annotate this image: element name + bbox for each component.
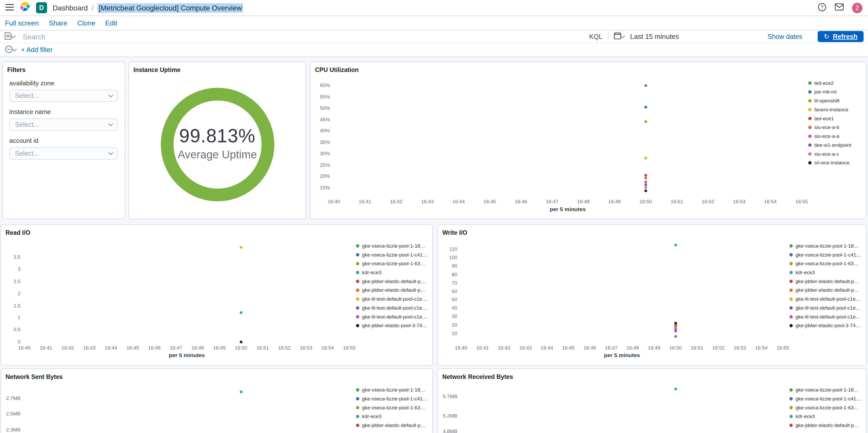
- legend-item[interactable]: gke-lil-test-default-pool-c1e…: [789, 313, 862, 321]
- menu-item-share[interactable]: Share: [49, 19, 67, 27]
- help-button[interactable]: ?: [817, 2, 827, 13]
- refresh-icon: ↻: [824, 33, 829, 40]
- legend-item[interactable]: kdr-ece3: [789, 412, 862, 421]
- legend-item[interactable]: gke-lil-test-default-pool-c1e…: [356, 295, 428, 304]
- legend-item[interactable]: gke-vseca-lizzie-pool-1-630…: [789, 259, 862, 268]
- legend-item[interactable]: gke-vseca-lizzie-pool-1-630…: [789, 403, 862, 412]
- legend-item[interactable]: gke-vseca-lizzie-pool-1-1877…: [356, 241, 428, 251]
- panel-title[interactable]: Network Sent Bytes: [5, 373, 428, 380]
- legend-item[interactable]: gke-jddwr-elastic-default-po…: [356, 277, 428, 286]
- legend-item[interactable]: ted-ece1: [808, 114, 861, 123]
- legend-item[interactable]: gke-vseca-lizzie-pool-1-630…: [356, 403, 428, 412]
- legend-label: gke-jddwr-elastic-default-po…: [362, 279, 428, 284]
- legend-label: gke-vseca-lizzie-pool-1-c417…: [362, 252, 428, 258]
- legend-label: kdr-ece3: [362, 270, 381, 275]
- filter-options-button[interactable]: [5, 45, 16, 55]
- instance-name-select[interactable]: Select...: [9, 118, 118, 131]
- legend-item[interactable]: gke-lil-test-default-pool-c1e…: [789, 295, 862, 304]
- legend-item[interactable]: gke-jddwr-elastic-default-po…: [789, 286, 862, 295]
- legend-label: gke-lil-test-default-pool-c1e…: [362, 296, 427, 302]
- breadcrumb-dashboard[interactable]: Dashboard: [53, 4, 88, 12]
- legend-item[interactable]: siu-ece-a-a: [808, 132, 861, 141]
- legend-item[interactable]: gke-vseca-lizzie-pool-1-1877…: [789, 241, 862, 251]
- legend-item[interactable]: gke-jddwr-elastic-pool-3-74…: [789, 321, 862, 330]
- legend-item[interactable]: gke-jddwr-elastic-pool-3-74…: [356, 321, 428, 330]
- menu-item-edit[interactable]: Edit: [105, 19, 117, 27]
- legend-dot-icon: [789, 253, 793, 257]
- legend-item[interactable]: gke-jddwr-elastic-default-po…: [356, 286, 428, 295]
- legend-item[interactable]: gke-vseca-lizzie-pool-1-630…: [356, 259, 428, 268]
- uptime-sublabel: Average Uptime: [133, 148, 301, 161]
- legend-item[interactable]: gke-lil-test-default-pool-c1e…: [356, 313, 428, 321]
- legend-item[interactable]: gke-vseca-lizzie-pool-1-c417…: [789, 395, 862, 403]
- x-axis-tick: 16:54: [753, 345, 770, 351]
- space-badge[interactable]: D: [36, 2, 47, 13]
- legend-item[interactable]: siu-ece-a-b: [808, 123, 861, 132]
- panel-title[interactable]: Write I/O: [442, 229, 862, 236]
- kql-language-button[interactable]: KQL: [589, 33, 602, 40]
- legend-item[interactable]: gke-vseca-lizzie-pool-1-c417…: [356, 250, 428, 259]
- x-axis-tick: 16:47: [544, 199, 560, 204]
- legend-item[interactable]: gke-lil-test-default-pool-c1e…: [356, 304, 428, 313]
- legend-dot-icon: [356, 415, 359, 418]
- legend-item[interactable]: gke-vseca-lizzie-pool-1-c417…: [789, 250, 862, 259]
- menu-item-full-screen[interactable]: Full screen: [5, 19, 39, 27]
- panel-title[interactable]: Instance Uptime: [133, 66, 301, 73]
- legend-dot-icon: [356, 280, 359, 283]
- elastic-logo[interactable]: [20, 1, 30, 15]
- y-axis-tick: 90: [442, 263, 457, 269]
- legend-dot-icon: [356, 244, 359, 248]
- saved-query-menu-button[interactable]: [4, 32, 15, 41]
- legend-item[interactable]: kdr-ece3: [356, 412, 428, 421]
- legend-dot-icon: [808, 117, 812, 120]
- legend-item[interactable]: joe-mb-ml: [808, 87, 861, 96]
- search-input[interactable]: Search: [23, 32, 45, 41]
- legend-item[interactable]: sri-ece-instance: [808, 158, 861, 167]
- legend-item[interactable]: gke-jddwr-elastic-default-po…: [356, 421, 428, 430]
- legend-item[interactable]: gke-vseca-lizzie-pool-1-1877…: [789, 385, 862, 395]
- network-received-bytes-chart: 5.7MB5.2MB4.8MB4.3MB3.8MB3.3MB: [442, 382, 789, 433]
- datepicker-quick-menu-button[interactable]: [614, 32, 625, 41]
- x-axis-tick: 16:49: [606, 199, 623, 204]
- legend-item[interactable]: gke-lil-test-default-pool-c1e…: [789, 304, 862, 313]
- legend-item[interactable]: gke-jddwr-elastic-default-po…: [789, 421, 862, 430]
- show-dates-link[interactable]: Show dates: [768, 33, 802, 40]
- user-avatar-button[interactable]: 2: [852, 2, 863, 13]
- panel-title[interactable]: Filters: [7, 66, 120, 73]
- page-title[interactable]: [Metricbeat Googlecloud] Compute Overvie…: [98, 3, 243, 12]
- legend-item[interactable]: favero-instance: [808, 105, 861, 114]
- legend-item[interactable]: kdr-ece3: [789, 268, 862, 277]
- select-placeholder: Select...: [15, 121, 39, 129]
- menu-hamburger-button[interactable]: [5, 4, 14, 12]
- legend-item[interactable]: ted-ece2: [808, 79, 861, 87]
- panel-title[interactable]: Read I/O: [5, 229, 428, 236]
- legend-label: kdr-ece3: [796, 413, 815, 419]
- add-filter-link[interactable]: + Add filter: [21, 46, 53, 54]
- legend-item[interactable]: gke-vseca-lizzie-pool-1-1877…: [356, 385, 428, 395]
- legend-item[interactable]: tlee-w1-endpoint: [808, 141, 861, 150]
- y-axis-tick: 4.8MB: [442, 429, 457, 433]
- x-axis-tick: 16:54: [319, 345, 336, 351]
- panel-title[interactable]: CPU Utilization: [315, 66, 862, 73]
- legend-label: gke-vseca-lizzie-pool-1-630…: [796, 405, 862, 410]
- data-point: [240, 311, 243, 314]
- legend-item[interactable]: kdr-ece3: [356, 268, 428, 277]
- legend-label: gke-vseca-lizzie-pool-1-1877…: [796, 387, 862, 393]
- account-id-select[interactable]: Select...: [9, 147, 118, 160]
- time-range-display[interactable]: Last 15 minutes: [630, 33, 679, 40]
- legend-item[interactable]: lil-openshift: [808, 96, 861, 105]
- legend-item[interactable]: gke-vseca-lizzie-pool-1-c417…: [356, 395, 428, 403]
- x-axis-tick: 16:51: [254, 345, 271, 351]
- y-axis-tick: 5.2MB: [442, 413, 457, 418]
- y-axis-tick: 25%: [315, 162, 330, 168]
- data-point: [644, 84, 647, 87]
- legend-item[interactable]: gke-jddwr-elastic-default-po…: [789, 277, 862, 286]
- panel-title[interactable]: Network Received Bytes: [442, 373, 862, 380]
- y-axis-tick: 20%: [315, 173, 330, 179]
- menu-item-clone[interactable]: Clone: [77, 19, 95, 27]
- newsfeed-button[interactable]: [835, 3, 844, 12]
- availability-zone-select[interactable]: Select...: [9, 90, 118, 102]
- legend-item[interactable]: siu-ece-a-c: [808, 149, 861, 158]
- calendar-icon: [614, 32, 621, 41]
- refresh-button[interactable]: ↻ Refresh: [818, 31, 864, 42]
